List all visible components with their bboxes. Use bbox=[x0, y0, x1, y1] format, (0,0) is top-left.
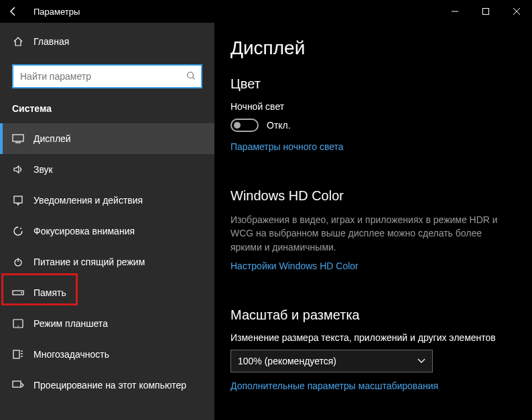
search-icon bbox=[186, 71, 196, 82]
sidebar-item-label: Многозадачность bbox=[34, 349, 109, 360]
sidebar-item-projecting[interactable]: Проецирование на этот компьютер bbox=[0, 370, 214, 401]
minimize-button[interactable] bbox=[440, 0, 470, 23]
svg-point-4 bbox=[188, 72, 194, 78]
page-title: Дисплей bbox=[230, 38, 513, 59]
focus-icon bbox=[12, 226, 24, 236]
sidebar-item-label: Память bbox=[34, 287, 66, 298]
sidebar-group-title: Система bbox=[0, 99, 214, 123]
hdcolor-description: Изображения в видео, играх и приложениях… bbox=[230, 213, 512, 254]
hdcolor-settings-link[interactable]: Настройки Windows HD Color bbox=[230, 261, 512, 271]
section-color-heading: Цвет bbox=[230, 76, 513, 92]
display-icon bbox=[12, 134, 24, 143]
power-icon bbox=[12, 257, 24, 267]
svg-rect-1 bbox=[483, 9, 489, 15]
search-input[interactable] bbox=[12, 64, 202, 88]
svg-rect-6 bbox=[13, 135, 23, 141]
maximize-button[interactable] bbox=[470, 0, 501, 23]
tablet-icon bbox=[12, 319, 24, 328]
toggle-knob bbox=[234, 122, 241, 129]
toggle-state-label: Откл. bbox=[267, 120, 291, 131]
night-light-toggle[interactable] bbox=[230, 119, 259, 132]
sidebar-item-sound[interactable]: Звук bbox=[0, 154, 214, 185]
sidebar-item-label: Звук bbox=[34, 164, 53, 175]
svg-rect-8 bbox=[14, 196, 22, 203]
scale-label: Изменение размера текста, приложений и д… bbox=[230, 332, 513, 343]
search-field[interactable] bbox=[19, 70, 186, 82]
section-scale-heading: Масштаб и разметка bbox=[230, 307, 513, 323]
window-title: Параметры bbox=[34, 7, 80, 17]
home-icon bbox=[12, 36, 24, 47]
sidebar-item-power[interactable]: Питание и спящий режим bbox=[0, 247, 214, 277]
night-light-label: Ночной свет bbox=[230, 101, 513, 112]
section-hdcolor-heading: Windows HD Color bbox=[230, 188, 513, 204]
back-button[interactable] bbox=[0, 0, 27, 23]
sidebar-item-focus-assist[interactable]: Фокусировка внимания bbox=[0, 216, 214, 247]
sidebar-item-storage[interactable]: Память bbox=[0, 277, 214, 308]
svg-point-15 bbox=[17, 326, 19, 327]
sidebar-item-label: Питание и спящий режим bbox=[34, 257, 145, 267]
svg-rect-16 bbox=[13, 350, 19, 358]
nav-list: Дисплей Звук Уведомления и действия bbox=[0, 123, 214, 401]
sound-icon bbox=[12, 164, 24, 175]
svg-rect-20 bbox=[13, 381, 21, 387]
chevron-down-icon bbox=[417, 356, 425, 366]
close-button[interactable] bbox=[501, 0, 532, 23]
sidebar-item-notifications[interactable]: Уведомления и действия bbox=[0, 185, 214, 216]
nav-home[interactable]: Главная bbox=[0, 28, 214, 55]
sidebar-item-tablet[interactable]: Режим планшета bbox=[0, 308, 214, 339]
sidebar-item-label: Режим планшета bbox=[34, 318, 108, 329]
sidebar: Главная Система Дисплей bbox=[0, 23, 214, 420]
titlebar: Параметры bbox=[0, 0, 532, 23]
svg-point-9 bbox=[20, 228, 21, 229]
svg-line-5 bbox=[193, 77, 195, 79]
projecting-icon bbox=[12, 380, 24, 390]
night-light-settings-link[interactable]: Параметры ночного света bbox=[230, 141, 512, 152]
notifications-icon bbox=[12, 195, 24, 206]
advanced-scaling-link[interactable]: Дополнительные параметры масштабирования bbox=[230, 380, 512, 391]
sidebar-item-label: Дисплей bbox=[34, 133, 71, 144]
content-area: Дисплей Цвет Ночной свет Откл. Параметры… bbox=[214, 23, 532, 420]
scale-dropdown[interactable]: 100% (рекомендуется) bbox=[230, 350, 433, 372]
dropdown-value: 100% (рекомендуется) bbox=[238, 356, 336, 366]
multitasking-icon bbox=[12, 350, 24, 359]
sidebar-item-label: Проецирование на этот компьютер bbox=[34, 380, 186, 391]
sidebar-item-label: Фокусировка внимания bbox=[34, 226, 135, 236]
storage-icon bbox=[12, 289, 24, 297]
svg-point-13 bbox=[21, 292, 22, 293]
sidebar-item-label: Уведомления и действия bbox=[34, 195, 143, 206]
nav-home-label: Главная bbox=[34, 36, 69, 47]
sidebar-item-display[interactable]: Дисплей bbox=[0, 123, 214, 154]
sidebar-item-multitasking[interactable]: Многозадачность bbox=[0, 339, 214, 370]
